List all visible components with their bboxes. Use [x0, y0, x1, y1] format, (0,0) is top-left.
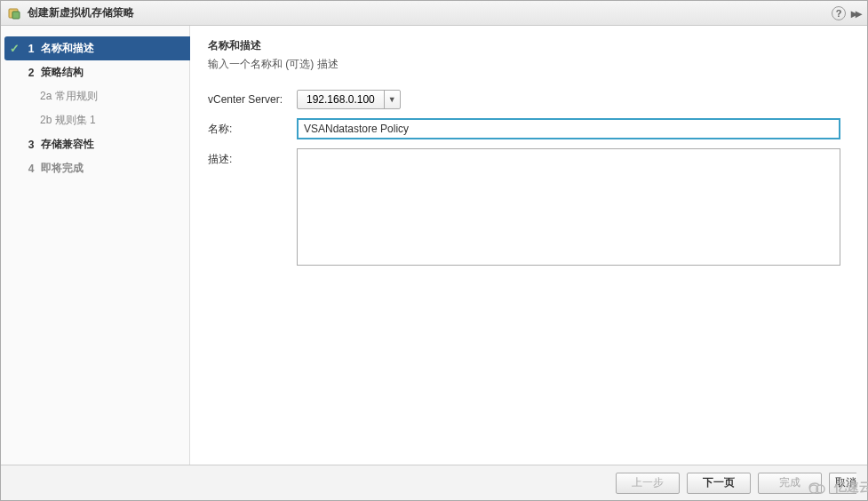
step-number: 1 — [25, 43, 37, 55]
name-row: 名称: — [208, 118, 849, 139]
name-label: 名称: — [208, 118, 297, 137]
dialog-body: ✓ 1 名称和描述 2 策略结构 2a 常用规则 2b 规则集 1 3 存储兼容… — [1, 26, 867, 465]
section-subtitle: 输入一个名称和 (可选) 描述 — [208, 57, 849, 72]
policy-name-input[interactable] — [297, 118, 840, 139]
cancel-button[interactable]: 取消 — [829, 473, 856, 494]
substep-common-rules[interactable]: 2a 常用规则 — [4, 84, 189, 108]
step-ready-complete[interactable]: 4 即将完成 — [4, 156, 189, 180]
next-button[interactable]: 下一页 — [687, 473, 751, 494]
content-panel: 名称和描述 输入一个名称和 (可选) 描述 vCenter Server: 19… — [190, 26, 867, 465]
vcenter-value: 192.168.0.100 — [298, 91, 384, 108]
step-number: 4 — [25, 163, 37, 175]
svg-rect-1 — [12, 12, 20, 19]
wizard-sidebar: ✓ 1 名称和描述 2 策略结构 2a 常用规则 2b 规则集 1 3 存储兼容… — [1, 26, 190, 465]
chevron-down-icon: ▼ — [384, 91, 400, 108]
step-number: 3 — [25, 139, 37, 151]
substep-number: 2a — [40, 90, 52, 102]
step-label: 策略结构 — [41, 65, 84, 80]
step-label: 名称和描述 — [41, 41, 94, 56]
expand-button[interactable]: ▸▸ — [851, 6, 860, 20]
step-label: 存储兼容性 — [41, 137, 94, 152]
substep-label: 规则集 1 — [55, 114, 96, 126]
substep-number: 2b — [40, 114, 52, 126]
policy-description-input[interactable] — [297, 148, 840, 266]
create-storage-policy-dialog: 创建新虚拟机存储策略 ? ▸▸ ✓ 1 名称和描述 2 策略结构 2a 常用规则… — [0, 0, 868, 501]
description-label: 描述: — [208, 148, 297, 167]
check-icon: ✓ — [10, 42, 22, 55]
help-button[interactable]: ? — [832, 6, 846, 20]
vcenter-dropdown[interactable]: 192.168.0.100 ▼ — [297, 90, 401, 109]
vcenter-label: vCenter Server: — [208, 90, 297, 106]
substep-ruleset-1[interactable]: 2b 规则集 1 — [4, 108, 189, 132]
step-label: 即将完成 — [41, 161, 84, 176]
vcenter-row: vCenter Server: 192.168.0.100 ▼ — [208, 90, 849, 109]
substep-label: 常用规则 — [55, 90, 98, 102]
dialog-footer: 上一步 下一页 完成 取消 — [1, 465, 867, 500]
section-title: 名称和描述 — [208, 38, 849, 53]
step-number: 2 — [25, 67, 37, 79]
step-name-description[interactable]: ✓ 1 名称和描述 — [4, 36, 190, 60]
finish-button[interactable]: 完成 — [758, 473, 822, 494]
dialog-title: 创建新虚拟机存储策略 — [28, 5, 832, 20]
back-button[interactable]: 上一步 — [616, 473, 680, 494]
titlebar: 创建新虚拟机存储策略 ? ▸▸ — [1, 1, 867, 26]
storage-policy-icon — [8, 6, 22, 20]
step-policy-structure[interactable]: 2 策略结构 — [4, 60, 189, 84]
description-row: 描述: — [208, 148, 849, 268]
step-storage-compatibility[interactable]: 3 存储兼容性 — [4, 132, 189, 156]
